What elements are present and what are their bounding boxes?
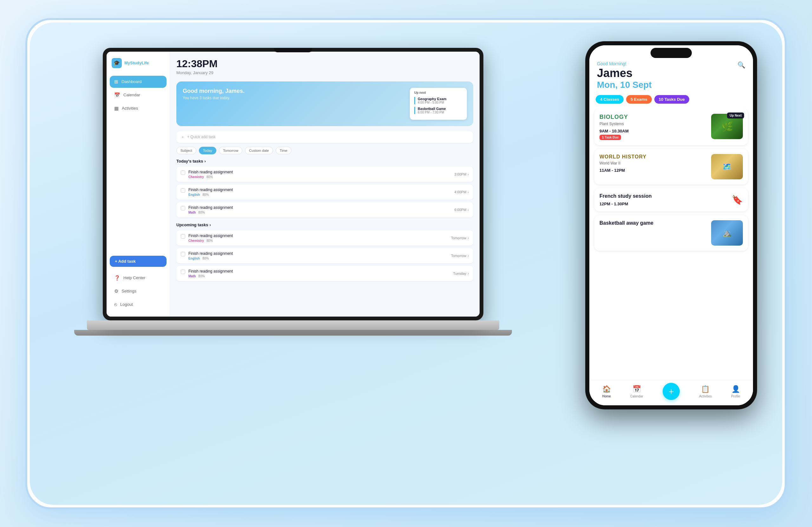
search-icon[interactable]: 🔍 bbox=[738, 61, 745, 69]
biology-card-content: BIOLOGY Plant Systems 9AM - 10.30AM 1 Ta… bbox=[599, 114, 711, 140]
filter-custom-date[interactable]: Custom date bbox=[245, 147, 273, 154]
history-time: 11AM - 12PM bbox=[599, 168, 711, 173]
upcoming-task-progress-1: 80% bbox=[202, 257, 209, 260]
task-arrow-1: › bbox=[467, 190, 469, 194]
bookmark-icon: 🔖 bbox=[732, 195, 743, 205]
phone-nav-calendar[interactable]: 📅 Calendar bbox=[630, 385, 643, 398]
history-card-content: WORLD HISTORY World War II 11AM - 12PM bbox=[599, 154, 711, 173]
french-study-card[interactable]: French study session 12PM - 1.30PM 🔖 bbox=[594, 188, 748, 211]
phone-nav-plus-button[interactable]: ＋ bbox=[663, 383, 680, 400]
filter-today[interactable]: Today bbox=[199, 147, 216, 154]
phone-nav-profile[interactable]: 👤 Profile bbox=[731, 385, 740, 398]
up-next-card: Up next Geography Exam 4:00 PM - 5:00 PM… bbox=[410, 88, 467, 120]
upcoming-task-checkbox-1[interactable] bbox=[181, 252, 185, 256]
basketball-subject: Basketball away game bbox=[599, 220, 711, 226]
upcoming-task-checkbox-0[interactable] bbox=[181, 234, 185, 239]
task-checkbox-1[interactable] bbox=[181, 188, 185, 193]
logo-text: MyStudyLife bbox=[124, 61, 149, 65]
history-img-visual: 🗺️ bbox=[711, 154, 743, 179]
chevron-right-icon: › bbox=[205, 159, 206, 164]
good-morning-text: Good Morning! bbox=[597, 61, 745, 66]
upcoming-task-item-0[interactable]: Finish reading assignment Chemistry 80% … bbox=[176, 230, 473, 245]
task-item-0[interactable]: Finish reading assignment Chemistry 80% … bbox=[176, 167, 473, 182]
stat-tasks[interactable]: 10 Tasks Due bbox=[654, 95, 689, 104]
todays-tasks-title: Today's tasks › bbox=[176, 159, 473, 164]
plus-icon: ＋ bbox=[181, 134, 185, 140]
welcome-subtitle: You have 3 tasks due today. bbox=[183, 96, 245, 100]
sidebar-logo: 🎓 MyStudyLife bbox=[106, 58, 170, 76]
quick-add-task[interactable]: ＋ + Quick add task bbox=[176, 131, 473, 143]
help-label: Help Center bbox=[124, 275, 145, 280]
phone-nav: 🏠 Home 📅 Calendar ＋ 📋 Activities bbox=[589, 380, 753, 405]
filter-time[interactable]: Time bbox=[276, 147, 291, 154]
task-subject-0: Chemistry bbox=[188, 175, 204, 179]
logout-icon: ⎋ bbox=[114, 302, 117, 307]
main-content: 12:38PM Monday, January 29 Good morning,… bbox=[170, 52, 480, 317]
sidebar-item-settings[interactable]: ⚙ Settings bbox=[110, 285, 166, 297]
history-class-card[interactable]: WORLD HISTORY World War II 11AM - 12PM 🗺… bbox=[594, 149, 748, 184]
up-next-item-1-time: 6:00 PM - 7:00 PM bbox=[418, 110, 462, 114]
welcome-banner: Good morning, James. You have 3 tasks du… bbox=[176, 81, 473, 126]
task-checkbox-0[interactable] bbox=[181, 170, 185, 175]
sidebar-calendar-label: Calendar bbox=[124, 92, 140, 97]
phone-nav-activities[interactable]: 📋 Activities bbox=[699, 385, 711, 398]
phone-nav-home[interactable]: 🏠 Home bbox=[602, 385, 611, 398]
home-icon: ⊞ bbox=[114, 79, 118, 85]
up-next-label: Up next bbox=[414, 91, 462, 94]
sidebar-item-help[interactable]: ❓ Help Center bbox=[110, 272, 166, 284]
filter-subject[interactable]: Subject bbox=[176, 147, 196, 154]
settings-label: Settings bbox=[121, 289, 136, 293]
biology-class-card[interactable]: BIOLOGY Plant Systems 9AM - 10.30AM 1 Ta… bbox=[594, 109, 748, 145]
sidebar-nav: ⊞ Dashboard 📅 Calendar ▦ Activities bbox=[106, 76, 170, 256]
help-icon: ❓ bbox=[114, 275, 120, 281]
welcome-title: Good morning, James. bbox=[183, 88, 245, 94]
sidebar-item-activities[interactable]: ▦ Activities bbox=[110, 102, 166, 115]
welcome-text: Good morning, James. You have 3 tasks du… bbox=[183, 88, 245, 100]
plus-nav-icon: ＋ bbox=[667, 385, 676, 397]
sidebar-item-logout[interactable]: ⎋ Logout bbox=[110, 299, 166, 310]
phone-content-scroll: BIOLOGY Plant Systems 9AM - 10.30AM 1 Ta… bbox=[589, 109, 753, 380]
laptop-notch bbox=[274, 48, 312, 52]
upcoming-task-checkbox-2[interactable] bbox=[181, 270, 185, 274]
calendar-nav-icon: 📅 bbox=[633, 385, 641, 393]
sidebar-item-dashboard[interactable]: ⊞ Dashboard bbox=[110, 76, 166, 88]
calendar-nav-label: Calendar bbox=[630, 394, 643, 398]
upcoming-task-time-1: Tomorrow › bbox=[451, 254, 469, 258]
upcoming-task-left-2: Finish reading assignment Math 80% bbox=[181, 269, 233, 278]
activities-nav-label: Activities bbox=[699, 394, 711, 398]
profile-nav-icon: 👤 bbox=[731, 385, 740, 393]
stat-classes[interactable]: 4 Classes bbox=[596, 95, 624, 104]
basketball-card-content: Basketball away game bbox=[599, 220, 711, 227]
upcoming-task-left-1: Finish reading assignment English 80% bbox=[181, 251, 233, 260]
upcoming-arrow-2: › bbox=[467, 272, 469, 275]
upcoming-task-meta-1: English 80% bbox=[188, 257, 233, 260]
phone: 🔍 Good Morning! James Mon, 10 Sept 4 Cla… bbox=[585, 42, 757, 409]
logo-icon: 🎓 bbox=[112, 58, 122, 68]
upcoming-task-time-2: Tuesday › bbox=[453, 272, 469, 275]
filter-tomorrow[interactable]: Tomorrow bbox=[219, 147, 242, 154]
task-filters: Subject Today Tomorrow Custom date Time bbox=[176, 147, 473, 154]
laptop-base bbox=[87, 320, 499, 330]
add-task-button[interactable]: + Add task bbox=[110, 256, 166, 267]
sidebar: 🎓 MyStudyLife ⊞ Dashboard 📅 Calendar bbox=[106, 52, 170, 317]
logout-label: Logout bbox=[120, 302, 133, 307]
up-next-item-0-time: 4:00 PM - 5:00 PM bbox=[418, 101, 462, 104]
history-topic: World War II bbox=[599, 161, 711, 165]
profile-nav-label: Profile bbox=[731, 394, 740, 398]
sidebar-item-calendar[interactable]: 📅 Calendar bbox=[110, 89, 166, 101]
upcoming-task-item-2[interactable]: Finish reading assignment Math 80% Tuesd… bbox=[176, 266, 473, 281]
phone-screen: 🔍 Good Morning! James Mon, 10 Sept 4 Cla… bbox=[589, 45, 753, 405]
task-checkbox-2[interactable] bbox=[181, 206, 185, 210]
task-item-1[interactable]: Finish reading assignment English 80% 4:… bbox=[176, 184, 473, 200]
task-meta-2: Math 80% bbox=[188, 211, 233, 214]
upcoming-task-item-1[interactable]: Finish reading assignment English 80% To… bbox=[176, 248, 473, 264]
upcoming-task-name-0: Finish reading assignment bbox=[188, 234, 233, 238]
up-next-item-0: Geography Exam 4:00 PM - 5:00 PM bbox=[414, 97, 462, 104]
task-item-2[interactable]: Finish reading assignment Math 80% 6:00P… bbox=[176, 202, 473, 217]
basketball-img-visual: ⛰️ bbox=[711, 220, 743, 245]
basketball-class-card[interactable]: Basketball away game ⛰️ bbox=[594, 215, 748, 251]
french-subject: French study session bbox=[599, 193, 652, 199]
time-display: 12:38PM bbox=[176, 58, 218, 70]
stat-exams[interactable]: 5 Exams bbox=[626, 95, 652, 104]
activities-icon: ▦ bbox=[114, 106, 119, 111]
